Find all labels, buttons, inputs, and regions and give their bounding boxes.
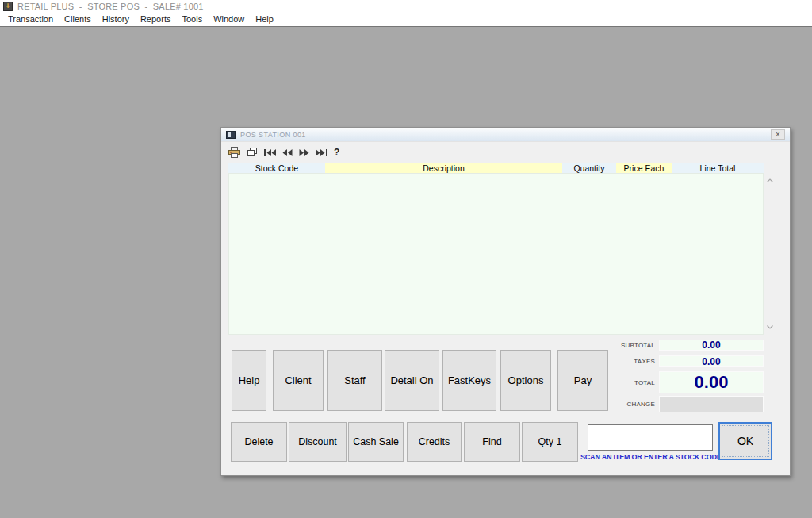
menu-transaction[interactable]: Transaction	[2, 13, 59, 25]
pay-button[interactable]: Pay	[557, 350, 608, 411]
next-record-icon[interactable]	[299, 147, 309, 159]
options-button[interactable]: Options	[500, 350, 551, 411]
client-area: POS STATION 001 ×	[0, 26, 812, 518]
menu-window[interactable]: Window	[208, 13, 250, 25]
discount-button[interactable]: Discount	[289, 422, 347, 462]
grid-header: Stock Code Description Quantity Price Ea…	[228, 163, 764, 173]
dialog-titlebar[interactable]: POS STATION 001 ×	[221, 128, 790, 142]
copy-icon[interactable]	[247, 147, 258, 159]
qty-button[interactable]: Qty 1	[522, 422, 578, 462]
scroll-up-icon[interactable]	[764, 175, 776, 186]
grid-body	[228, 173, 764, 335]
menu-tools[interactable]: Tools	[176, 13, 208, 25]
scroll-down-icon[interactable]	[764, 321, 776, 333]
total-row: TOTAL 0.00	[594, 371, 764, 393]
subtotal-value: 0.00	[659, 340, 764, 351]
app-title: RETAIL PLUS - STORE POS - SALE# 1001	[17, 2, 204, 11]
menu-help[interactable]: Help	[250, 13, 279, 25]
dialog-title: POS STATION 001	[240, 131, 306, 139]
app-icon: +	[3, 2, 13, 11]
dialog-toolbar: ?	[221, 142, 790, 163]
detail-on-button[interactable]: Detail On	[385, 350, 439, 411]
client-button[interactable]: Client	[273, 350, 324, 411]
staff-button[interactable]: Staff	[327, 350, 382, 411]
stock-code-input[interactable]	[588, 424, 713, 451]
previous-record-icon[interactable]	[282, 147, 293, 159]
ok-button[interactable]: OK	[718, 422, 772, 460]
grid-scrollbar[interactable]	[764, 173, 776, 335]
help-button[interactable]: Help	[232, 350, 266, 411]
change-value	[659, 396, 764, 412]
subtotal-row: SUBTOTAL 0.00	[594, 340, 764, 351]
close-icon[interactable]: ×	[771, 129, 785, 140]
subtotal-label: SUBTOTAL	[594, 342, 659, 349]
menu-reports[interactable]: Reports	[135, 13, 177, 25]
credits-button[interactable]: Credits	[407, 422, 462, 462]
column-header-quantity: Quantity	[562, 163, 616, 173]
menu-history[interactable]: History	[97, 13, 135, 25]
taxes-value: 0.00	[659, 355, 764, 367]
column-header-stock-code: Stock Code	[228, 163, 325, 173]
help-icon[interactable]: ?	[334, 147, 339, 159]
change-row: CHANGE	[594, 396, 764, 412]
column-header-line-total: Line Total	[672, 163, 764, 173]
pos-station-dialog: POS STATION 001 ×	[220, 127, 791, 476]
dialog-icon	[226, 131, 236, 139]
scan-hint: SCAN AN ITEM OR ENTER A STOCK CODE	[580, 453, 722, 461]
delete-button[interactable]: Delete	[231, 422, 287, 462]
print-icon[interactable]	[228, 147, 240, 159]
first-record-icon[interactable]	[264, 147, 276, 159]
column-header-description: Description	[325, 163, 562, 173]
fastkeys-button[interactable]: FastKeys	[442, 350, 496, 411]
total-value: 0.00	[659, 371, 764, 393]
find-button[interactable]: Find	[464, 422, 520, 462]
cash-sale-button[interactable]: Cash Sale	[348, 422, 404, 462]
column-header-price-each: Price Each	[616, 163, 672, 173]
last-record-icon[interactable]	[316, 147, 327, 159]
menu-clients[interactable]: Clients	[59, 13, 97, 25]
menubar: Transaction Clients History Reports Tool…	[0, 13, 812, 25]
app-titlebar: + RETAIL PLUS - STORE POS - SALE# 1001	[0, 0, 812, 13]
taxes-row: TAXES 0.00	[594, 355, 764, 367]
